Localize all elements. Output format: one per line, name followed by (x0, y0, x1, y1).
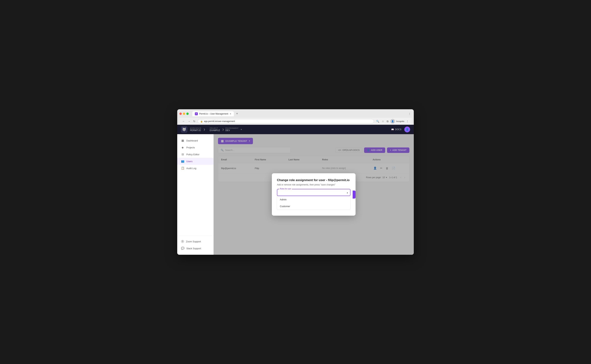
docs-icon: 📖 (391, 128, 394, 131)
users-icon: 👥 (181, 160, 185, 163)
close-window-button[interactable] (179, 112, 182, 115)
policy-editor-icon: ⊟ (181, 153, 185, 156)
save-button-partial[interactable] (353, 190, 356, 199)
search-icon-button[interactable]: 🔍 (375, 119, 380, 124)
sidebar-label-users: Users (186, 160, 193, 163)
environment-breadcrumb[interactable]: ENVIRONMENT DEV (226, 127, 239, 132)
traffic-lights (179, 112, 189, 115)
window-menu-button[interactable]: ⋮ (408, 112, 412, 116)
browser-window: P Permit.io – User Management ✕ + ⋮ ← → … (177, 109, 414, 255)
role-option-admin[interactable]: Admin (277, 196, 351, 203)
project-value: EXAMPLE (210, 129, 220, 132)
sidebar-item-projects[interactable]: ◈ Projects (177, 144, 213, 151)
split-view-button[interactable]: ⧉ (386, 119, 389, 124)
content-area: ▦ EXAMPLE TENANT ▾ 🔍 Search... </> OPEN … (214, 134, 414, 255)
sidebar-label-dashboard: Dashboard (186, 139, 198, 142)
project-breadcrumb[interactable]: PROJECT EXAMPLE (210, 127, 220, 132)
breadcrumb-chevron-icon-3: ▾ (241, 128, 242, 131)
maximize-window-button[interactable] (186, 112, 189, 115)
sidebar-item-users[interactable]: 👥 Users (177, 158, 213, 165)
incognito-text: Incognito (396, 120, 404, 122)
browser-menu-button[interactable]: ⋮ (405, 119, 409, 124)
role-input-chevron-icon: ▴ (347, 191, 348, 194)
active-tab[interactable]: P Permit.io – User Management ✕ (192, 111, 234, 116)
workspace-value: PERMIT.IO (190, 129, 201, 132)
address-bar[interactable]: 🔒 app.permit.io/user-management (198, 119, 374, 124)
docs-label: DOCS (395, 128, 401, 131)
modal-overlay[interactable]: Change role assignment for user - filip@… (214, 134, 414, 255)
app-header: 🐺 WORKSPACE PERMIT.IO ❯ PROJECT EXAMPLE … (177, 125, 414, 134)
incognito-avatar[interactable]: 👤 (390, 119, 395, 124)
modal-body: Change role assignment for user - filip@… (272, 173, 356, 210)
role-input-wrapper: Roles for user ▴ (277, 189, 351, 196)
incognito-label: 👤 (392, 120, 394, 123)
browser-toolbar-actions: 🔍 ☆ ⧉ 👤 Incognito ⋮ (375, 119, 409, 124)
sidebar-item-slack-support[interactable]: 💬 Slack Support (177, 245, 213, 252)
tab-close-button[interactable]: ✕ (230, 113, 231, 115)
sidebar-label-zoom-support: Zoom Support (186, 240, 201, 243)
role-dropdown: Admin Customer (277, 196, 351, 210)
breadcrumb-chevron-icon: ❯ (203, 128, 205, 131)
sidebar-label-policy-editor: Policy Editor (186, 153, 199, 156)
sidebar-item-policy-editor[interactable]: ⊟ Policy Editor (177, 151, 213, 158)
projects-icon: ◈ (181, 146, 185, 149)
role-input-label: Roles for user (279, 188, 292, 190)
tab-title: Permit.io – User Management (199, 112, 228, 115)
dashboard-icon: ▦ (181, 139, 185, 142)
tab-favicon: P (195, 112, 198, 115)
main-layout: ▦ Dashboard ◈ Projects ⊟ Policy Editor 👥… (177, 134, 414, 255)
role-input[interactable] (277, 189, 350, 196)
audit-log-icon: 📋 (181, 167, 185, 170)
sidebar-item-zoom-support[interactable]: ? Zoom Support (177, 238, 213, 245)
sidebar: ▦ Dashboard ◈ Projects ⊟ Policy Editor 👥… (177, 134, 214, 255)
user-avatar[interactable]: 👤 (404, 127, 410, 132)
app-logo[interactable]: 🐺 (181, 126, 187, 133)
sidebar-label-projects: Projects (186, 146, 195, 149)
refresh-button[interactable]: ↻ (193, 119, 196, 124)
workspace-label: WORKSPACE (190, 127, 201, 129)
breadcrumb-chevron-icon-2: ❯ (222, 128, 224, 131)
browser-titlebar: P Permit.io – User Management ✕ + ⋮ ← → … (177, 109, 414, 125)
address-bar-row: ← → ↻ 🔒 app.permit.io/user-management 🔍 … (179, 118, 412, 125)
project-label: PROJECT (210, 127, 220, 129)
sidebar-label-audit-log: Audit Log (186, 167, 196, 170)
bookmark-button[interactable]: ☆ (381, 119, 385, 124)
role-option-customer[interactable]: Customer (277, 203, 351, 210)
app-container: 🐺 WORKSPACE PERMIT.IO ❯ PROJECT EXAMPLE … (177, 125, 414, 255)
lock-icon: 🔒 (200, 120, 203, 123)
tab-bar: P Permit.io – User Management ✕ + (192, 111, 406, 116)
workspace-breadcrumb[interactable]: WORKSPACE PERMIT.IO (190, 127, 201, 132)
sidebar-item-dashboard[interactable]: ▦ Dashboard (177, 137, 213, 144)
back-button[interactable]: ← (182, 119, 186, 124)
url-text: app.permit.io/user-management (204, 120, 235, 123)
forward-button[interactable]: → (187, 119, 191, 124)
browser-controls: P Permit.io – User Management ✕ + ⋮ (179, 111, 412, 116)
sidebar-item-audit-log[interactable]: 📋 Audit Log (177, 165, 213, 172)
modal-subtitle: Add or remove role assignments, then pre… (277, 183, 351, 186)
new-tab-button[interactable]: + (234, 111, 239, 116)
browser-window-actions: ⋮ (408, 112, 412, 116)
sidebar-bottom: ? Zoom Support 💬 Slack Support (177, 236, 213, 252)
environment-value: DEV (226, 129, 239, 132)
environment-label: ENVIRONMENT (226, 127, 239, 129)
slack-support-icon: 💬 (181, 247, 185, 250)
header-right: 📖 DOCS 👤 (391, 127, 410, 132)
breadcrumb: WORKSPACE PERMIT.IO ❯ PROJECT EXAMPLE ❯ … (190, 127, 242, 132)
role-assignment-modal: Change role assignment for user - filip@… (272, 173, 356, 216)
zoom-support-icon: ? (181, 240, 184, 243)
modal-footer (272, 210, 356, 216)
modal-title: Change role assignment for user - filip@… (277, 178, 351, 182)
minimize-window-button[interactable] (183, 112, 185, 115)
sidebar-label-slack-support: Slack Support (186, 247, 201, 250)
docs-button[interactable]: 📖 DOCS (391, 128, 401, 131)
